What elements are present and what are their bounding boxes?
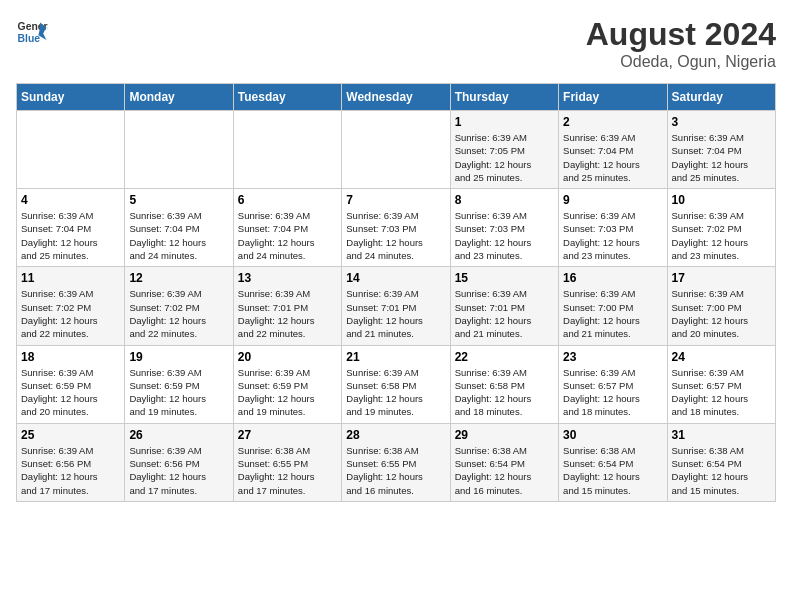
calendar-cell: 16Sunrise: 6:39 AM Sunset: 7:00 PM Dayli… (559, 267, 667, 345)
calendar-cell: 1Sunrise: 6:39 AM Sunset: 7:05 PM Daylig… (450, 111, 558, 189)
calendar-cell: 10Sunrise: 6:39 AM Sunset: 7:02 PM Dayli… (667, 189, 775, 267)
day-number: 8 (455, 193, 554, 207)
day-number: 11 (21, 271, 120, 285)
calendar-cell: 17Sunrise: 6:39 AM Sunset: 7:00 PM Dayli… (667, 267, 775, 345)
calendar-cell: 12Sunrise: 6:39 AM Sunset: 7:02 PM Dayli… (125, 267, 233, 345)
day-number: 20 (238, 350, 337, 364)
day-info: Sunrise: 6:39 AM Sunset: 7:01 PM Dayligh… (238, 287, 337, 340)
calendar-cell: 27Sunrise: 6:38 AM Sunset: 6:55 PM Dayli… (233, 423, 341, 501)
calendar-week-4: 18Sunrise: 6:39 AM Sunset: 6:59 PM Dayli… (17, 345, 776, 423)
day-number: 30 (563, 428, 662, 442)
calendar-cell: 21Sunrise: 6:39 AM Sunset: 6:58 PM Dayli… (342, 345, 450, 423)
day-number: 4 (21, 193, 120, 207)
day-info: Sunrise: 6:39 AM Sunset: 7:04 PM Dayligh… (238, 209, 337, 262)
calendar-cell: 8Sunrise: 6:39 AM Sunset: 7:03 PM Daylig… (450, 189, 558, 267)
calendar-cell: 31Sunrise: 6:38 AM Sunset: 6:54 PM Dayli… (667, 423, 775, 501)
calendar-cell: 7Sunrise: 6:39 AM Sunset: 7:03 PM Daylig… (342, 189, 450, 267)
day-info: Sunrise: 6:39 AM Sunset: 7:04 PM Dayligh… (21, 209, 120, 262)
day-info: Sunrise: 6:39 AM Sunset: 7:00 PM Dayligh… (563, 287, 662, 340)
title-block: August 2024 Odeda, Ogun, Nigeria (586, 16, 776, 71)
day-number: 13 (238, 271, 337, 285)
calendar-cell: 30Sunrise: 6:38 AM Sunset: 6:54 PM Dayli… (559, 423, 667, 501)
day-info: Sunrise: 6:39 AM Sunset: 7:02 PM Dayligh… (672, 209, 771, 262)
day-header-sunday: Sunday (17, 84, 125, 111)
day-number: 24 (672, 350, 771, 364)
day-header-monday: Monday (125, 84, 233, 111)
day-info: Sunrise: 6:39 AM Sunset: 7:03 PM Dayligh… (455, 209, 554, 262)
calendar-cell: 6Sunrise: 6:39 AM Sunset: 7:04 PM Daylig… (233, 189, 341, 267)
day-info: Sunrise: 6:39 AM Sunset: 6:58 PM Dayligh… (346, 366, 445, 419)
main-title: August 2024 (586, 16, 776, 53)
day-info: Sunrise: 6:39 AM Sunset: 7:01 PM Dayligh… (346, 287, 445, 340)
day-info: Sunrise: 6:39 AM Sunset: 6:57 PM Dayligh… (672, 366, 771, 419)
calendar-cell: 20Sunrise: 6:39 AM Sunset: 6:59 PM Dayli… (233, 345, 341, 423)
calendar-cell: 26Sunrise: 6:39 AM Sunset: 6:56 PM Dayli… (125, 423, 233, 501)
day-info: Sunrise: 6:39 AM Sunset: 7:01 PM Dayligh… (455, 287, 554, 340)
day-info: Sunrise: 6:39 AM Sunset: 6:59 PM Dayligh… (21, 366, 120, 419)
calendar-cell: 25Sunrise: 6:39 AM Sunset: 6:56 PM Dayli… (17, 423, 125, 501)
calendar-cell: 18Sunrise: 6:39 AM Sunset: 6:59 PM Dayli… (17, 345, 125, 423)
calendar-week-1: 1Sunrise: 6:39 AM Sunset: 7:05 PM Daylig… (17, 111, 776, 189)
day-header-tuesday: Tuesday (233, 84, 341, 111)
day-info: Sunrise: 6:38 AM Sunset: 6:54 PM Dayligh… (455, 444, 554, 497)
day-info: Sunrise: 6:38 AM Sunset: 6:54 PM Dayligh… (563, 444, 662, 497)
day-number: 2 (563, 115, 662, 129)
day-number: 10 (672, 193, 771, 207)
day-info: Sunrise: 6:39 AM Sunset: 7:02 PM Dayligh… (21, 287, 120, 340)
day-number: 9 (563, 193, 662, 207)
subtitle: Odeda, Ogun, Nigeria (586, 53, 776, 71)
svg-text:Blue: Blue (18, 33, 41, 44)
day-info: Sunrise: 6:39 AM Sunset: 7:04 PM Dayligh… (563, 131, 662, 184)
day-info: Sunrise: 6:39 AM Sunset: 7:02 PM Dayligh… (129, 287, 228, 340)
calendar-cell: 23Sunrise: 6:39 AM Sunset: 6:57 PM Dayli… (559, 345, 667, 423)
day-info: Sunrise: 6:39 AM Sunset: 6:56 PM Dayligh… (129, 444, 228, 497)
calendar-cell: 5Sunrise: 6:39 AM Sunset: 7:04 PM Daylig… (125, 189, 233, 267)
calendar-cell: 9Sunrise: 6:39 AM Sunset: 7:03 PM Daylig… (559, 189, 667, 267)
day-info: Sunrise: 6:39 AM Sunset: 7:00 PM Dayligh… (672, 287, 771, 340)
calendar-cell: 15Sunrise: 6:39 AM Sunset: 7:01 PM Dayli… (450, 267, 558, 345)
day-header-wednesday: Wednesday (342, 84, 450, 111)
day-info: Sunrise: 6:39 AM Sunset: 7:03 PM Dayligh… (563, 209, 662, 262)
calendar-cell (342, 111, 450, 189)
calendar-cell: 28Sunrise: 6:38 AM Sunset: 6:55 PM Dayli… (342, 423, 450, 501)
day-info: Sunrise: 6:39 AM Sunset: 7:03 PM Dayligh… (346, 209, 445, 262)
day-number: 18 (21, 350, 120, 364)
day-number: 31 (672, 428, 771, 442)
calendar-week-5: 25Sunrise: 6:39 AM Sunset: 6:56 PM Dayli… (17, 423, 776, 501)
page-header: General Blue August 2024 Odeda, Ogun, Ni… (16, 16, 776, 71)
calendar-cell: 14Sunrise: 6:39 AM Sunset: 7:01 PM Dayli… (342, 267, 450, 345)
day-header-thursday: Thursday (450, 84, 558, 111)
logo-icon: General Blue (16, 16, 48, 48)
calendar-header-row: SundayMondayTuesdayWednesdayThursdayFrid… (17, 84, 776, 111)
day-number: 14 (346, 271, 445, 285)
day-info: Sunrise: 6:38 AM Sunset: 6:54 PM Dayligh… (672, 444, 771, 497)
day-info: Sunrise: 6:39 AM Sunset: 6:58 PM Dayligh… (455, 366, 554, 419)
day-number: 21 (346, 350, 445, 364)
day-number: 15 (455, 271, 554, 285)
day-info: Sunrise: 6:38 AM Sunset: 6:55 PM Dayligh… (238, 444, 337, 497)
day-number: 7 (346, 193, 445, 207)
day-header-friday: Friday (559, 84, 667, 111)
day-info: Sunrise: 6:39 AM Sunset: 6:59 PM Dayligh… (238, 366, 337, 419)
calendar-cell: 4Sunrise: 6:39 AM Sunset: 7:04 PM Daylig… (17, 189, 125, 267)
day-number: 23 (563, 350, 662, 364)
day-info: Sunrise: 6:39 AM Sunset: 7:05 PM Dayligh… (455, 131, 554, 184)
day-number: 25 (21, 428, 120, 442)
day-info: Sunrise: 6:38 AM Sunset: 6:55 PM Dayligh… (346, 444, 445, 497)
calendar-cell: 3Sunrise: 6:39 AM Sunset: 7:04 PM Daylig… (667, 111, 775, 189)
day-number: 3 (672, 115, 771, 129)
calendar-cell (233, 111, 341, 189)
day-number: 29 (455, 428, 554, 442)
calendar-cell: 24Sunrise: 6:39 AM Sunset: 6:57 PM Dayli… (667, 345, 775, 423)
logo: General Blue (16, 16, 48, 48)
calendar-table: SundayMondayTuesdayWednesdayThursdayFrid… (16, 83, 776, 502)
calendar-cell: 11Sunrise: 6:39 AM Sunset: 7:02 PM Dayli… (17, 267, 125, 345)
day-number: 27 (238, 428, 337, 442)
day-number: 6 (238, 193, 337, 207)
calendar-week-2: 4Sunrise: 6:39 AM Sunset: 7:04 PM Daylig… (17, 189, 776, 267)
calendar-cell: 19Sunrise: 6:39 AM Sunset: 6:59 PM Dayli… (125, 345, 233, 423)
day-info: Sunrise: 6:39 AM Sunset: 6:59 PM Dayligh… (129, 366, 228, 419)
day-info: Sunrise: 6:39 AM Sunset: 6:57 PM Dayligh… (563, 366, 662, 419)
day-number: 16 (563, 271, 662, 285)
day-number: 19 (129, 350, 228, 364)
